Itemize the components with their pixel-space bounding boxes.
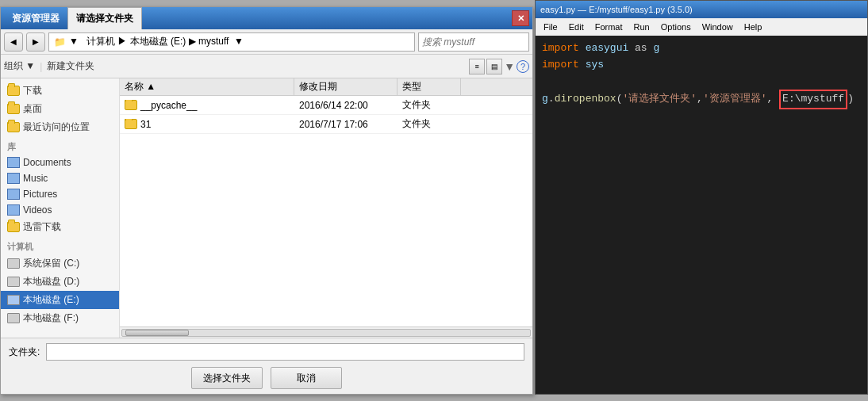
library-icon <box>7 189 20 200</box>
sidebar-item-desktop[interactable]: 桌面 <box>1 100 119 118</box>
file-cell-type: 文件夹 <box>398 117 461 131</box>
folder-icon <box>7 86 20 96</box>
sidebar-section-computer: 计算机 <box>1 236 119 254</box>
sidebar-item-documents[interactable]: Documents <box>1 155 119 170</box>
file-list: __pycache__ 2016/6/14 22:00 文件夹 31 2016/… <box>120 96 532 327</box>
library-icon <box>7 173 20 184</box>
horizontal-scrollbar[interactable] <box>120 327 532 338</box>
drive-icon <box>7 313 20 323</box>
view-list-button[interactable]: ≡ <box>469 59 485 74</box>
drive-icon <box>7 295 20 305</box>
code-line-2: import sys <box>542 57 861 74</box>
scrollbar-thumb[interactable] <box>125 330 189 336</box>
tab-select-folder[interactable]: 请选择文件夹 <box>67 7 142 29</box>
new-folder-button[interactable]: 新建文件夹 <box>47 59 94 73</box>
folder-icon <box>7 222 20 232</box>
code-editor: easy1.py — E:/mystuff/easy1.py (3.5.0) F… <box>535 0 868 395</box>
dialog-buttons-row: 选择文件夹 取消 <box>9 367 524 389</box>
dialog-titlebar: 资源管理器 请选择文件夹 ✕ <box>1 7 532 29</box>
sidebar-item-music[interactable]: Music <box>1 170 119 186</box>
folder-input[interactable] <box>46 343 524 361</box>
view-details-button[interactable]: ▤ <box>486 59 502 74</box>
col-header-date[interactable]: 修改日期 <box>294 78 398 95</box>
sidebar-item-drive-e[interactable]: 本地磁盘 (E:) <box>1 291 119 309</box>
select-folder-button[interactable]: 选择文件夹 <box>191 367 263 389</box>
menu-run[interactable]: Run <box>629 21 655 33</box>
col-header-name[interactable]: 名称 ▲ <box>120 78 294 95</box>
folder-label: 文件夹: <box>9 346 40 359</box>
help-button[interactable]: ? <box>517 60 529 73</box>
menu-format[interactable]: Format <box>590 21 628 33</box>
sidebar-item-pictures[interactable]: Pictures <box>1 186 119 202</box>
folder-icon <box>7 122 20 132</box>
folder-icon <box>125 100 137 110</box>
code-line-3 <box>542 74 861 90</box>
drive-icon <box>7 258 20 269</box>
editor-title: easy1.py — E:/mystuff/easy1.py (3.5.0) <box>540 5 693 14</box>
file-cell-date: 2016/6/14 22:00 <box>294 100 398 111</box>
sidebar: 下载 桌面 最近访问的位置 库 Documents Music Pictur <box>1 78 120 338</box>
close-button[interactable]: ✕ <box>512 10 529 26</box>
sidebar-item-drive-f[interactable]: 本地磁盘 (F:) <box>1 309 119 327</box>
code-line-1: import easygui as g <box>542 40 861 57</box>
menu-window[interactable]: Window <box>697 21 738 33</box>
back-button[interactable]: ◀ <box>4 32 23 52</box>
breadcrumb-bar[interactable]: 📁 ▼ 计算机 ▶ 本地磁盘 (E:) ▶ mystuff ▼ <box>48 32 415 52</box>
drive-icon <box>7 277 20 287</box>
file-cell-type: 文件夹 <box>398 98 461 112</box>
forward-button[interactable]: ▶ <box>26 32 45 52</box>
folder-icon <box>7 104 20 114</box>
editor-content[interactable]: import easygui as g import sys g.diropen… <box>536 36 867 394</box>
menu-edit[interactable]: Edit <box>564 21 589 33</box>
cancel-button[interactable]: 取消 <box>271 367 342 389</box>
sidebar-item-drive-d[interactable]: 本地磁盘 (D:) <box>1 273 119 291</box>
sidebar-section-library: 库 <box>1 136 119 155</box>
menu-help[interactable]: Help <box>739 21 767 33</box>
folder-icon <box>125 119 137 129</box>
dialog-tabs: 资源管理器 请选择文件夹 <box>4 7 142 29</box>
editor-titlebar: easy1.py — E:/mystuff/easy1.py (3.5.0) <box>536 1 867 18</box>
file-dialog: 资源管理器 请选择文件夹 ✕ ◀ ▶ 📁 ▼ 计算机 ▶ 本地磁盘 (E:) ▶… <box>0 6 533 395</box>
scrollbar-track[interactable] <box>121 329 531 337</box>
file-row[interactable]: 31 2016/7/17 17:06 文件夹 <box>120 115 532 134</box>
dialog-bottom: 文件夹: 选择文件夹 取消 <box>1 338 532 394</box>
file-row[interactable]: __pycache__ 2016/6/14 22:00 文件夹 <box>120 96 532 115</box>
search-bar: 🔍 <box>418 32 529 52</box>
organize-button[interactable]: 组织 ▼ <box>4 59 35 73</box>
search-input[interactable] <box>422 36 542 48</box>
file-list-area: 名称 ▲ 修改日期 类型 __pycache__ 2016/6/14 22:00… <box>120 78 532 338</box>
folder-input-row: 文件夹: <box>9 343 524 361</box>
col-header-type[interactable]: 类型 <box>398 78 461 95</box>
actions-bar: 组织 ▼ | 新建文件夹 ≡ ▤ ▼ ? <box>1 55 532 78</box>
view-toggle: ≡ ▤ ▼ ? <box>469 59 529 74</box>
editor-menubar: File Edit Format Run Options Window Help <box>536 18 867 36</box>
sidebar-item-recent[interactable]: 最近访问的位置 <box>1 118 119 136</box>
sidebar-item-xunlei[interactable]: 迅雷下载 <box>1 218 119 236</box>
dialog-body: 下载 桌面 最近访问的位置 库 Documents Music Pictur <box>1 78 532 338</box>
library-icon <box>7 157 20 168</box>
sidebar-item-download[interactable]: 下载 <box>1 82 119 100</box>
code-line-4: g.diropenbox('请选择文件夹','资源管理器', E:\mystuf… <box>542 90 861 109</box>
menu-file[interactable]: File <box>539 21 563 33</box>
file-cell-name: __pycache__ <box>120 100 294 111</box>
library-icon <box>7 204 20 216</box>
dialog-toolbar: ◀ ▶ 📁 ▼ 计算机 ▶ 本地磁盘 (E:) ▶ mystuff ▼ 🔍 <box>1 29 532 55</box>
file-list-header: 名称 ▲ 修改日期 类型 <box>120 78 532 96</box>
view-more-button[interactable]: ▼ <box>504 60 515 73</box>
sidebar-item-videos[interactable]: Videos <box>1 202 119 218</box>
tab-explorer[interactable]: 资源管理器 <box>4 7 67 29</box>
sidebar-item-drive-c[interactable]: 系统保留 (C:) <box>1 254 119 273</box>
breadcrumb-text: ▼ 计算机 ▶ 本地磁盘 (E:) ▶ mystuff ▼ <box>69 35 244 48</box>
menu-options[interactable]: Options <box>656 21 696 33</box>
file-cell-name: 31 <box>120 119 294 130</box>
breadcrumb-icon: 📁 <box>54 36 66 48</box>
file-cell-date: 2016/7/17 17:06 <box>294 119 398 130</box>
